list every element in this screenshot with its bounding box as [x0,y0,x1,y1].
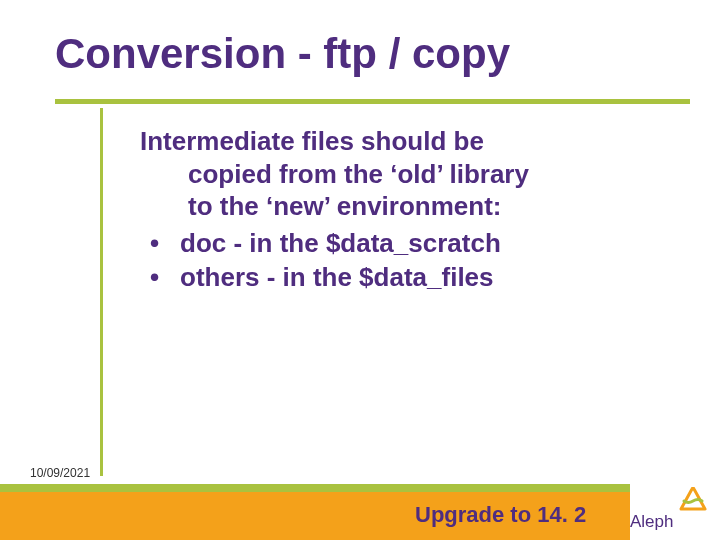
body-text: Intermediate files should be copied from… [140,125,665,294]
aleph-logo: Aleph [636,489,708,534]
lead-line-1: Intermediate files should be [140,126,484,156]
bullet-item: doc - in the $data_scratch [146,227,665,260]
lead-paragraph: Intermediate files should be copied from… [140,125,665,223]
title-underline [55,99,690,104]
bullet-item: others - in the $data_files [146,261,665,294]
aleph-logo-text: Aleph [630,512,673,532]
lead-line-2: copied from the ‘old’ library [140,158,665,191]
lead-line-3: to the ‘new’ environment: [140,190,665,223]
body-vertical-rule [100,108,103,476]
bullet-text: doc - in the $data_scratch [180,228,501,258]
bullet-list: doc - in the $data_scratch others - in t… [140,227,665,294]
footer: Upgrade to 14. 2 Aleph [0,482,720,540]
aleph-logo-icon [678,487,708,511]
slide-title: Conversion - ftp / copy [55,30,690,78]
footer-green-bar [0,484,630,492]
slide-date: 10/09/2021 [30,466,90,480]
footer-title: Upgrade to 14. 2 [415,502,586,528]
slide: Conversion - ftp / copy Intermediate fil… [0,0,720,540]
bullet-text: others - in the $data_files [180,262,494,292]
